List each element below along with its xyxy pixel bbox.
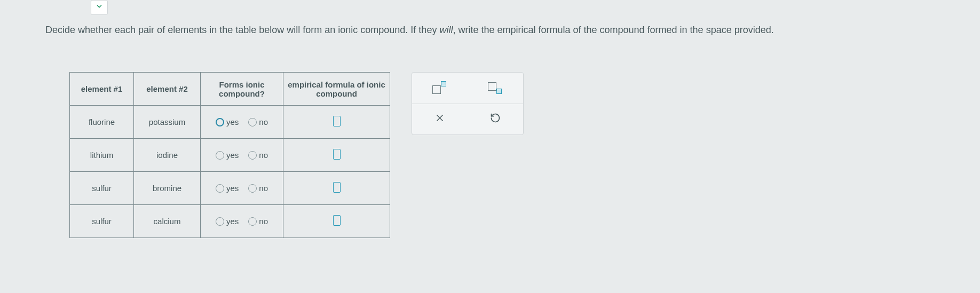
elements-table: element #1 element #2 Forms ionic compou… bbox=[69, 72, 390, 238]
clear-button[interactable] bbox=[426, 109, 453, 130]
reset-icon bbox=[490, 113, 501, 126]
element1-cell: sulfur bbox=[70, 172, 134, 205]
element1-cell: lithium bbox=[70, 139, 134, 172]
header-element1: element #1 bbox=[70, 73, 134, 106]
superscript-icon bbox=[430, 80, 449, 96]
element1-cell: fluorine bbox=[70, 106, 134, 139]
radio-circle-icon bbox=[216, 151, 224, 160]
tool-panel bbox=[412, 72, 524, 135]
superscript-tool-button[interactable] bbox=[426, 77, 453, 99]
radio-label-no: no bbox=[259, 151, 268, 160]
radio-yes[interactable]: yes bbox=[216, 184, 239, 193]
table-row: lithium iodine yes no bbox=[70, 139, 390, 172]
element2-cell: iodine bbox=[134, 139, 201, 172]
radio-label-yes: yes bbox=[226, 117, 239, 126]
table-row: sulfur calcium yes no bbox=[70, 205, 390, 238]
formula-input[interactable] bbox=[333, 182, 341, 193]
radio-label-no: no bbox=[259, 184, 268, 193]
header-element2: element #2 bbox=[134, 73, 201, 106]
formula-input[interactable] bbox=[333, 149, 341, 160]
radio-no[interactable]: no bbox=[248, 117, 268, 126]
header-empirical-formula: empirical formula of ionic compound bbox=[283, 73, 390, 106]
radio-label-yes: yes bbox=[226, 184, 239, 193]
instructions-prefix: Decide whether each pair of elements in … bbox=[45, 25, 439, 35]
radio-yes[interactable]: yes bbox=[216, 217, 239, 226]
instructions-text: Decide whether each pair of elements in … bbox=[45, 23, 948, 37]
radio-yes[interactable]: yes bbox=[216, 117, 239, 126]
radio-label-no: no bbox=[259, 117, 268, 126]
radio-no[interactable]: no bbox=[248, 151, 268, 160]
radio-no[interactable]: no bbox=[248, 217, 268, 226]
header-forms-ionic: Forms ionic compound? bbox=[201, 73, 283, 106]
radio-circle-icon bbox=[248, 118, 257, 126]
subscript-tool-button[interactable] bbox=[482, 77, 509, 99]
dropdown-toggle-button[interactable] bbox=[91, 0, 108, 15]
radio-circle-icon bbox=[216, 217, 224, 226]
element2-cell: bromine bbox=[134, 172, 201, 205]
radio-circle-icon bbox=[248, 184, 257, 193]
element2-cell: calcium bbox=[134, 205, 201, 238]
radio-circle-icon bbox=[248, 217, 257, 226]
radio-circle-icon bbox=[248, 151, 257, 160]
x-icon bbox=[435, 113, 445, 125]
instructions-suffix: , write the empirical formula of the com… bbox=[453, 25, 773, 35]
formula-input[interactable] bbox=[333, 215, 341, 226]
element2-cell: potassium bbox=[134, 106, 201, 139]
radio-label-no: no bbox=[259, 217, 268, 226]
table-row: fluorine potassium yes no bbox=[70, 106, 390, 139]
radio-no[interactable]: no bbox=[248, 184, 268, 193]
chevron-down-icon bbox=[96, 3, 103, 12]
formula-input[interactable] bbox=[333, 116, 341, 126]
radio-circle-icon bbox=[216, 118, 224, 126]
radio-label-yes: yes bbox=[226, 151, 239, 160]
table-row: sulfur bromine yes no bbox=[70, 172, 390, 205]
instructions-italic: will bbox=[439, 25, 453, 35]
radio-yes[interactable]: yes bbox=[216, 151, 239, 160]
subscript-icon bbox=[486, 80, 505, 96]
reset-button[interactable] bbox=[482, 109, 509, 130]
radio-circle-icon bbox=[216, 184, 224, 193]
element1-cell: sulfur bbox=[70, 205, 134, 238]
radio-label-yes: yes bbox=[226, 217, 239, 226]
